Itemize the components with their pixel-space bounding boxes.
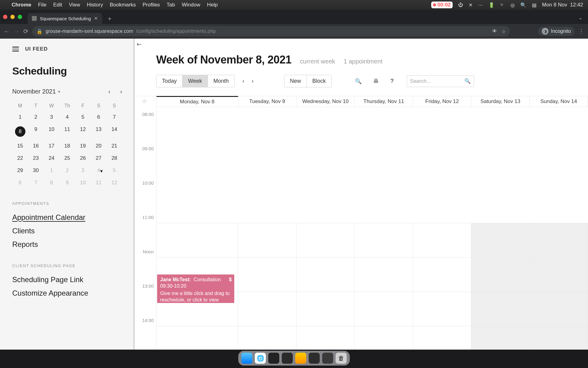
day-header[interactable]: Wednesday, Nov 10: [296, 96, 355, 107]
hamburger-icon[interactable]: [12, 47, 19, 52]
sidebar-item[interactable]: Customize Appearance: [12, 286, 122, 300]
mini-cal-day[interactable]: 6: [91, 111, 106, 123]
mini-cal-day[interactable]: 3: [44, 111, 59, 123]
prev-week-button[interactable]: ‹: [243, 78, 244, 84]
spotlight-icon[interactable]: 🔍: [520, 2, 526, 8]
sidebar-item[interactable]: Reports: [12, 238, 122, 251]
month-button[interactable]: Month: [208, 75, 234, 87]
mini-cal-day[interactable]: 10: [44, 123, 59, 140]
menu-window[interactable]: Window: [182, 2, 200, 8]
mini-cal-day[interactable]: 10: [75, 177, 91, 189]
day-column[interactable]: [355, 223, 413, 350]
next-week-button[interactable]: ›: [252, 78, 254, 84]
mini-cal-day[interactable]: 7: [28, 177, 43, 189]
day-header[interactable]: Thursday, Nov 11: [355, 96, 413, 107]
mini-cal-prev[interactable]: ‹: [108, 88, 111, 95]
mini-cal-day[interactable]: 19: [75, 140, 91, 152]
dock-terminal-icon[interactable]: [268, 353, 279, 364]
mini-cal-day[interactable]: 6: [12, 177, 28, 189]
screen-record-indicator[interactable]: 00:02: [431, 2, 452, 8]
day-header[interactable]: Sunday, Nov 14: [530, 96, 588, 107]
address-bar[interactable]: 🔒 grouse-mandarin-sxnl.squarespace.com/c…: [32, 26, 510, 36]
mini-cal-day[interactable]: 21: [107, 140, 122, 152]
eye-off-icon[interactable]: 👁: [492, 29, 497, 34]
mini-cal-day[interactable]: 3: [75, 164, 91, 177]
siri-icon[interactable]: ▤: [532, 2, 537, 8]
mini-cal-day[interactable]: 1: [12, 111, 28, 123]
back-button[interactable]: ←: [4, 28, 10, 35]
mini-cal-day[interactable]: 20: [91, 140, 106, 152]
mini-cal-day[interactable]: 27: [91, 152, 106, 164]
dock-app-icon[interactable]: [282, 353, 293, 364]
tabs-dropdown-icon[interactable]: ⌄: [579, 15, 582, 21]
reload-button[interactable]: ⟳: [23, 28, 28, 35]
mini-cal-day[interactable]: 17: [44, 140, 59, 152]
mini-cal-day[interactable]: 9: [28, 123, 43, 140]
mini-cal-day[interactable]: 4➤: [91, 164, 106, 177]
today-button[interactable]: Today: [156, 75, 183, 87]
fullscreen-window-button[interactable]: [18, 15, 22, 19]
day-column[interactable]: [238, 223, 296, 350]
new-tab-button[interactable]: ＋: [107, 14, 113, 23]
status-icon-2[interactable]: ✕: [469, 2, 473, 8]
menu-view[interactable]: View: [69, 2, 80, 8]
mini-cal-day[interactable]: 7: [107, 111, 122, 123]
mini-cal-day[interactable]: 5: [107, 164, 122, 177]
menubar-clock[interactable]: Mon 8 Nov 12:42: [542, 2, 583, 8]
mini-cal-month-picker[interactable]: November 2021 ▾: [12, 88, 60, 95]
search-input[interactable]: Search... 🔍: [407, 75, 474, 87]
forward-button[interactable]: →: [13, 28, 20, 35]
day-column[interactable]: [471, 223, 530, 350]
menu-history[interactable]: History: [87, 2, 103, 8]
mini-cal-day[interactable]: 18: [59, 140, 75, 152]
block-button[interactable]: Block: [307, 75, 331, 87]
mini-cal-day[interactable]: 24: [44, 152, 59, 164]
new-button[interactable]: New: [285, 75, 307, 87]
mini-cal-day[interactable]: 12: [75, 123, 91, 140]
dock-app2-icon[interactable]: [295, 353, 306, 364]
status-icon-3[interactable]: ⋯: [478, 2, 483, 8]
mini-cal-day[interactable]: 23: [28, 152, 43, 164]
day-header[interactable]: Friday, Nov 12: [413, 96, 471, 107]
menu-tab[interactable]: Tab: [167, 2, 175, 8]
mini-cal-day[interactable]: 11: [59, 123, 75, 140]
zoom-icon[interactable]: 🔍: [353, 76, 364, 86]
day-column[interactable]: [413, 223, 471, 350]
day-column[interactable]: $Jane McTest: Consultation09:30-10:20Giv…: [156, 223, 238, 350]
mini-cal-day[interactable]: 29: [12, 164, 28, 177]
control-center-icon[interactable]: ◎: [511, 2, 515, 8]
mini-cal-day[interactable]: 15: [12, 140, 28, 152]
close-tab-icon[interactable]: ✕: [94, 16, 98, 21]
menu-help[interactable]: Help: [207, 2, 218, 8]
mini-cal-day[interactable]: 30: [28, 164, 43, 177]
incognito-badge[interactable]: ◑ Incognito: [538, 27, 575, 36]
sidebar-item[interactable]: Appointment Calendar: [12, 211, 122, 224]
app-name-menu[interactable]: Chrome: [12, 2, 31, 8]
menu-file[interactable]: File: [38, 2, 46, 8]
dock-finder-icon[interactable]: [241, 353, 252, 364]
day-column[interactable]: [296, 223, 355, 350]
mini-cal-day[interactable]: 8: [44, 177, 59, 189]
close-window-button[interactable]: [3, 15, 7, 19]
help-icon[interactable]: ?: [389, 76, 396, 86]
mini-cal-day[interactable]: 1: [44, 164, 59, 177]
battery-icon[interactable]: 🔋: [488, 2, 495, 8]
status-icon-1[interactable]: ⏻: [458, 2, 463, 8]
mini-cal-day[interactable]: 13: [91, 123, 106, 140]
wifi-icon[interactable]: ᯤ: [500, 2, 505, 8]
day-column[interactable]: [530, 223, 588, 350]
day-header[interactable]: Tuesday, Nov 9: [238, 96, 296, 107]
dock-trash-icon[interactable]: 🗑: [336, 353, 347, 364]
mini-cal-next[interactable]: ›: [120, 88, 122, 95]
mini-cal-day[interactable]: 16: [28, 140, 43, 152]
browser-tab[interactable]: Squarespace Scheduling ✕: [28, 13, 102, 24]
menu-edit[interactable]: Edit: [53, 2, 62, 8]
day-header[interactable]: Saturday, Nov 13: [471, 96, 530, 107]
mini-cal-day[interactable]: 5: [75, 111, 91, 123]
mini-cal-day[interactable]: 14: [107, 123, 122, 140]
sidebar-item[interactable]: Scheduling Page Link: [12, 273, 122, 286]
mini-cal-day[interactable]: 28: [107, 152, 122, 164]
dock-chrome-icon[interactable]: 🌐: [255, 353, 266, 364]
browser-menu-button[interactable]: ⋮: [578, 28, 584, 35]
mini-cal-day[interactable]: 25: [59, 152, 75, 164]
